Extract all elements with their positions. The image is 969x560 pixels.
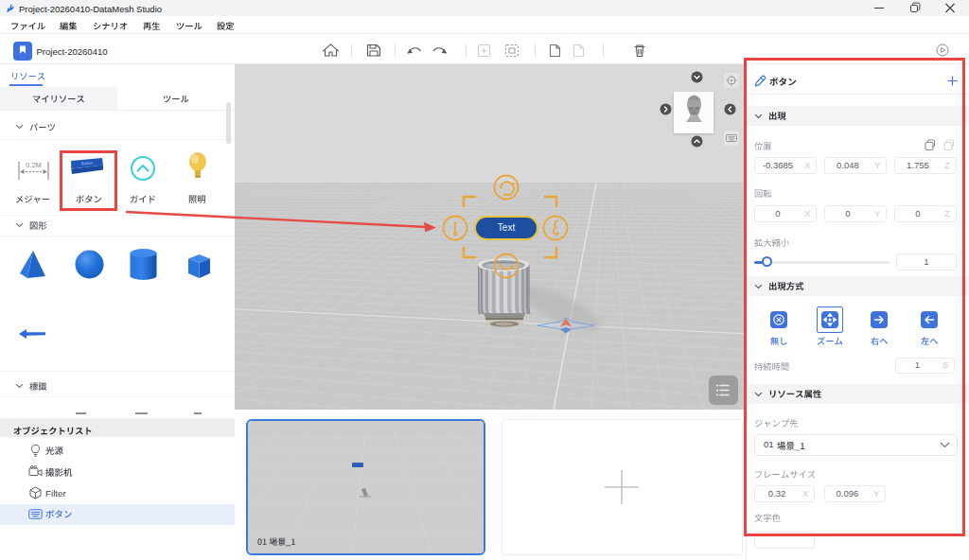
svg-text:0.2M: 0.2M bbox=[26, 161, 42, 169]
